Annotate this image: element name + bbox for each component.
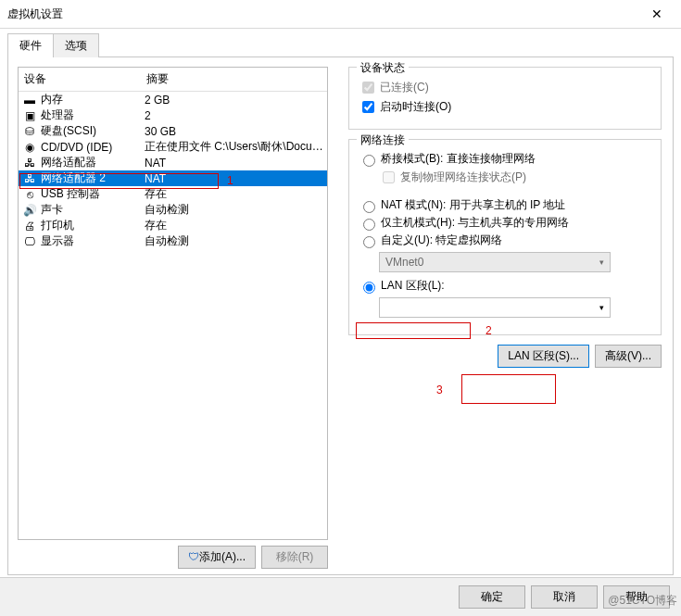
nat-radio[interactable]: [363, 201, 375, 213]
device-summary: 30 GB: [145, 125, 323, 138]
device-name: 硬盘(SCSI): [41, 123, 145, 139]
lan-segment-button[interactable]: LAN 区段(S)...: [498, 345, 589, 368]
device-row[interactable]: 🖧网络适配器 2NAT: [19, 170, 327, 186]
device-row[interactable]: 🖧网络适配器NAT: [19, 155, 327, 170]
hostonly-label: 仅主机模式(H): 与主机共享的专用网络: [381, 215, 569, 231]
connected-checkbox-row: 已连接(C): [359, 79, 651, 96]
device-name: CD/DVD (IDE): [41, 141, 145, 154]
settings-pane: 设备状态 已连接(C) 启动时连接(O) 网络连接 桥接模式(B): 直接连接物…: [337, 57, 673, 574]
device-name: 显示器: [41, 233, 145, 249]
bridged-label: 桥接模式(B): 直接连接物理网络: [381, 151, 536, 167]
chevron-down-icon: ▾: [599, 258, 604, 267]
annotation-box-3: [461, 374, 556, 404]
poweron-checkbox[interactable]: [362, 101, 374, 113]
add-button-label: 添加(A)...: [199, 550, 246, 563]
header-summary[interactable]: 摘要: [141, 68, 327, 92]
device-list: 设备 摘要 ▬内存2 GB▣处理器2⛁硬盘(SCSI)30 GB◉CD/DVD …: [18, 67, 328, 540]
ok-button[interactable]: 确定: [459, 585, 525, 609]
device-list-header: 设备 摘要: [19, 68, 327, 92]
chevron-down-icon: ▾: [599, 303, 604, 312]
header-device[interactable]: 设备: [19, 68, 141, 92]
device-summary: NAT: [145, 157, 323, 170]
network-connection-group: 网络连接 桥接模式(B): 直接连接物理网络 复制物理网络连接状态(P) NAT…: [348, 139, 662, 335]
content-panel: 设备 摘要 ▬内存2 GB▣处理器2⛁硬盘(SCSI)30 GB◉CD/DVD …: [7, 57, 674, 575]
custom-label: 自定义(U): 特定虚拟网络: [381, 233, 502, 248]
nat-label: NAT 模式(N): 用于共享主机的 IP 地址: [381, 197, 565, 213]
bridged-radio[interactable]: [363, 155, 375, 167]
close-button[interactable]: ✕: [638, 0, 675, 28]
device-name: 声卡: [41, 202, 145, 218]
device-name: 网络适配器 2: [41, 170, 145, 186]
bridged-radio-row[interactable]: 桥接模式(B): 直接连接物理网络: [359, 151, 651, 167]
device-summary: 存在: [145, 186, 323, 202]
lan-segment-select[interactable]: ▾: [379, 297, 611, 318]
device-row[interactable]: ⎋USB 控制器存在: [19, 186, 327, 202]
vmnet-select-value: VMnet0: [385, 256, 423, 269]
device-row[interactable]: ◉CD/DVD (IDE)正在使用文件 C:\Users\耐休\Docum...: [19, 139, 327, 155]
annotation-1: 1: [227, 174, 233, 187]
remove-button: 移除(R): [261, 546, 328, 569]
usb-icon: ⎋: [22, 187, 37, 202]
device-summary: 自动检测: [145, 233, 323, 249]
cd-icon: ◉: [22, 140, 37, 155]
lan-segment-radio-row[interactable]: LAN 区段(L):: [359, 278, 651, 294]
poweron-checkbox-row[interactable]: 启动时连接(O): [359, 98, 651, 116]
net-icon: 🖧: [22, 171, 37, 186]
device-summary: 自动检测: [145, 202, 323, 218]
display-icon: 🖵: [22, 234, 37, 249]
cancel-button[interactable]: 取消: [531, 585, 598, 609]
hostonly-radio[interactable]: [363, 219, 375, 231]
advanced-button[interactable]: 高级(V)...: [595, 345, 662, 368]
device-name: 处理器: [41, 107, 145, 123]
device-row[interactable]: ⛁硬盘(SCSI)30 GB: [19, 123, 327, 139]
vmnet-select: VMnet0 ▾: [379, 252, 611, 272]
device-summary: 存在: [145, 218, 323, 233]
replicate-checkbox: [383, 171, 395, 183]
device-summary: NAT: [145, 172, 323, 185]
annotation-2: 2: [486, 324, 492, 337]
tab-options[interactable]: 选项: [53, 33, 99, 57]
replicate-label: 复制物理网络连接状态(P): [400, 170, 526, 185]
custom-radio-row[interactable]: 自定义(U): 特定虚拟网络: [359, 233, 651, 248]
sound-icon: 🔊: [22, 203, 37, 218]
device-name: 打印机: [41, 218, 145, 233]
custom-radio[interactable]: [363, 236, 375, 248]
device-row[interactable]: ▣处理器2: [19, 107, 327, 123]
device-state-title: 设备状态: [357, 60, 409, 76]
lan-segment-label: LAN 区段(L):: [381, 278, 445, 294]
network-title: 网络连接: [357, 132, 409, 148]
device-row[interactable]: 🖨打印机存在: [19, 218, 327, 233]
connected-label: 已连接(C): [380, 80, 429, 95]
poweron-label: 启动时连接(O): [380, 99, 451, 115]
device-list-pane: 设备 摘要 ▬内存2 GB▣处理器2⛁硬盘(SCSI)30 GB◉CD/DVD …: [8, 57, 337, 574]
device-row[interactable]: 🔊声卡自动检测: [19, 202, 327, 218]
hdd-icon: ⛁: [22, 124, 37, 139]
shield-icon: 🛡: [188, 550, 199, 563]
window-title: 虚拟机设置: [6, 6, 638, 22]
hostonly-radio-row[interactable]: 仅主机模式(H): 与主机共享的专用网络: [359, 215, 651, 231]
device-state-group: 设备状态 已连接(C) 启动时连接(O): [348, 67, 662, 130]
tab-hardware[interactable]: 硬件: [7, 33, 54, 57]
nat-radio-row[interactable]: NAT 模式(N): 用于共享主机的 IP 地址: [359, 197, 651, 213]
memory-icon: ▬: [22, 93, 37, 107]
annotation-3: 3: [436, 383, 443, 396]
device-summary: 2: [145, 109, 323, 122]
title-bar: 虚拟机设置 ✕: [0, 0, 681, 28]
device-name: USB 控制器: [41, 186, 145, 202]
add-button[interactable]: 🛡添加(A)...: [178, 546, 256, 569]
net-icon: 🖧: [22, 156, 37, 170]
replicate-checkbox-row: 复制物理网络连接状态(P): [379, 169, 651, 186]
lan-segment-radio[interactable]: [363, 282, 375, 294]
device-summary: 正在使用文件 C:\Users\耐休\Docum...: [145, 139, 323, 155]
connected-checkbox: [362, 82, 374, 94]
watermark: @51CTO博客: [608, 593, 677, 609]
device-name: 内存: [41, 92, 145, 107]
cpu-icon: ▣: [22, 108, 37, 123]
device-name: 网络适配器: [41, 155, 145, 170]
device-summary: 2 GB: [145, 94, 323, 107]
tab-strip: 硬件 选项: [7, 32, 674, 57]
printer-icon: 🖨: [22, 219, 37, 233]
device-row[interactable]: 🖵显示器自动检测: [19, 233, 327, 249]
dialog-footer: 确定 取消 帮助: [0, 577, 681, 616]
device-row[interactable]: ▬内存2 GB: [19, 92, 327, 107]
